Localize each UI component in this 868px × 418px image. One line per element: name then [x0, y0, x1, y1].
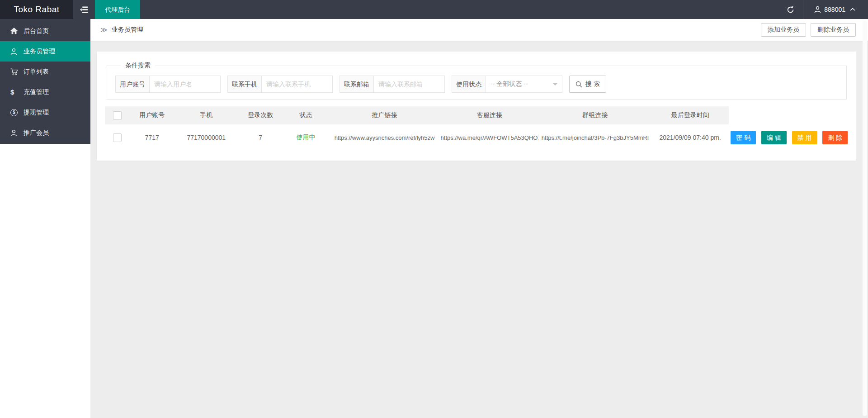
phone-input[interactable]: [261, 76, 333, 93]
cell-account: 7717: [129, 124, 175, 151]
tab-agent-backend[interactable]: 代理后台: [95, 0, 140, 19]
col-actions: [729, 106, 848, 124]
dollar-circle-icon: $: [10, 109, 20, 116]
filter-phone-label: 联系手机: [227, 76, 262, 93]
edit-button[interactable]: 编 辑: [761, 131, 787, 144]
main-content: ≫ 业务员管理 添加业务员 删除业务员 条件搜索 用户账号 联系手机 联系邮箱: [90, 19, 868, 418]
cell-phone: 77170000001: [175, 124, 238, 151]
row-select-cell: [105, 124, 129, 151]
sidebar-item-order-list[interactable]: 订单列表: [0, 62, 90, 82]
filter-status: 使用状态 -- 全部状态 --: [452, 76, 562, 93]
topbar-spacer: [140, 0, 778, 19]
vertical-scrollbar[interactable]: [863, 21, 867, 416]
password-button[interactable]: 密 码: [731, 131, 756, 144]
user-menu[interactable]: 888001: [803, 0, 868, 19]
content-panel: 条件搜索 用户账号 联系手机 联系邮箱 使用状态 -- 全部: [97, 52, 856, 161]
sidebar-item-label: 订单列表: [24, 68, 49, 76]
col-promo-link: 推广链接: [329, 106, 441, 124]
sidebar-menu: 后台首页 业务员管理 订单列表 $: [0, 19, 90, 144]
user-icon: [10, 48, 20, 55]
menu-toggle-button[interactable]: [73, 0, 95, 19]
col-login-count: 登录次数: [238, 106, 283, 124]
topbar: Toko Rabat 代理后台 888001: [0, 0, 868, 19]
filter-account-label: 用户账号: [115, 76, 150, 93]
chevron-up-icon: [850, 8, 855, 11]
filter-phone: 联系手机: [227, 76, 333, 93]
filter-row: 用户账号 联系手机 联系邮箱 使用状态 -- 全部状态 --: [115, 76, 837, 93]
refresh-icon: [787, 6, 794, 14]
sidebar-item-recharge-management[interactable]: $ 充值管理: [0, 82, 90, 102]
filter-email: 联系邮箱: [340, 76, 445, 93]
delete-salesman-button[interactable]: 删除业务员: [811, 23, 856, 37]
status-select[interactable]: -- 全部状态 --: [486, 76, 562, 93]
sidebar-item-label: 推广会员: [24, 129, 49, 137]
col-phone: 手机: [175, 106, 238, 124]
col-group-link: 群组连接: [538, 106, 651, 124]
select-all-header: [105, 106, 129, 124]
page-actions: 添加业务员 删除业务员: [756, 23, 856, 37]
page-title: 业务员管理: [112, 26, 143, 34]
search-legend: 条件搜索: [121, 62, 155, 70]
cell-promo-link: https://www.ayysriches.com/ref/lyh5zw: [329, 124, 441, 151]
sidebar-item-dashboard[interactable]: 后台首页: [0, 21, 90, 41]
breadcrumb-bar: ≫ 业务员管理 添加业务员 删除业务员: [90, 19, 868, 41]
sidebar-item-promotion-members[interactable]: 推广会员: [0, 123, 90, 143]
filter-account: 用户账号: [115, 76, 221, 93]
status-select-value: -- 全部状态 --: [491, 80, 528, 88]
add-salesman-button[interactable]: 添加业务员: [761, 23, 806, 37]
sidebar-item-label: 业务员管理: [24, 48, 55, 56]
disable-button[interactable]: 禁 用: [792, 131, 817, 144]
search-icon: [576, 81, 582, 88]
sidebar-item-withdraw-management[interactable]: $ 提现管理: [0, 102, 90, 123]
dollar-icon: $: [10, 88, 20, 96]
filter-status-label: 使用状态: [452, 76, 486, 93]
home-icon: [10, 28, 20, 34]
salesman-table: 用户账号 手机 登录次数 状态 推广链接 客服连接 群组连接 最后登录时间 77…: [105, 106, 848, 151]
cart-icon: [10, 68, 20, 76]
username: 888001: [824, 6, 845, 13]
table-header-row: 用户账号 手机 登录次数 状态 推广链接 客服连接 群组连接 最后登录时间: [105, 106, 848, 124]
delete-button[interactable]: 删 除: [822, 131, 848, 144]
search-button-label: 搜 索: [585, 80, 600, 88]
cell-actions: 密 码 编 辑 禁 用 删 除: [729, 124, 848, 151]
account-input[interactable]: [149, 76, 221, 93]
app-logo: Toko Rabat: [0, 0, 73, 19]
cell-group-link: https://t.me/joinchat/3Pb-7Fg3bJY5MmRl: [538, 124, 651, 151]
search-button[interactable]: 搜 索: [569, 76, 606, 93]
col-service-link: 客服连接: [441, 106, 539, 124]
cell-service-link: https://wa.me/qr/AWFOWT5A53QHO1: [441, 124, 539, 151]
sidebar: 后台首页 业务员管理 订单列表 $: [0, 19, 90, 418]
cell-status: 使用中: [283, 124, 328, 151]
user-icon: [10, 129, 20, 137]
email-input[interactable]: [373, 76, 445, 93]
col-status: 状态: [283, 106, 328, 124]
filter-email-label: 联系邮箱: [340, 76, 374, 93]
select-all-checkbox[interactable]: [113, 111, 122, 120]
refresh-button[interactable]: [778, 0, 803, 19]
row-checkbox[interactable]: [113, 133, 122, 142]
sidebar-item-label: 后台首页: [24, 27, 49, 35]
sidebar-item-label: 提现管理: [24, 109, 49, 117]
col-account: 用户账号: [129, 106, 175, 124]
cell-login-count: 7: [238, 124, 283, 151]
hamburger-icon: [80, 6, 88, 13]
user-avatar-icon: [814, 6, 821, 13]
chevron-down-icon: [553, 83, 557, 88]
cell-last-login: 2021/09/09 07:40 pm.: [651, 124, 729, 151]
search-fieldset: 条件搜索 用户账号 联系手机 联系邮箱 使用状态 -- 全部: [106, 62, 847, 100]
breadcrumb-chevrons-icon: ≫: [100, 26, 108, 34]
col-last-login: 最后登录时间: [651, 106, 729, 124]
table-row: 7717 77170000001 7 使用中 https://www.ayysr…: [105, 124, 848, 151]
sidebar-item-label: 充值管理: [24, 88, 49, 96]
sidebar-item-salesman-management[interactable]: 业务员管理: [0, 41, 90, 62]
